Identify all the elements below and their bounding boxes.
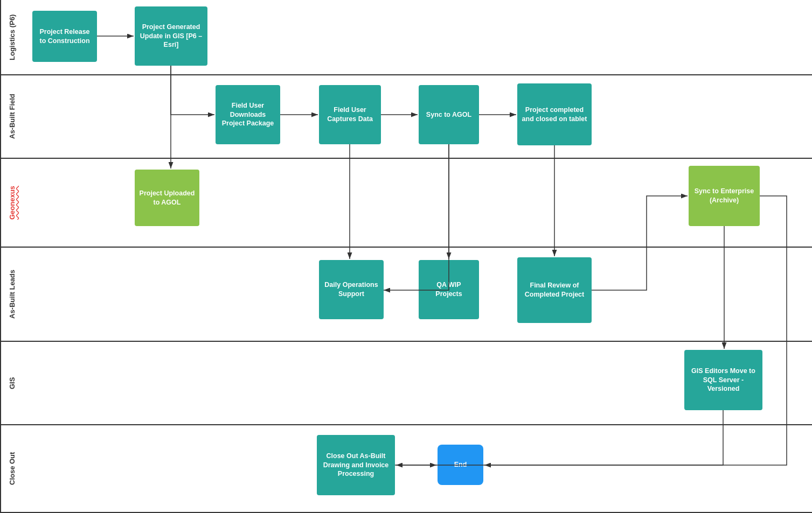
lane-logistics: Logistics (P6) — [0, 0, 812, 75]
box-proj-release: Project Release to Construction — [32, 11, 97, 62]
box-gis-editors: GIS Editors Move to SQL Server - Version… — [684, 350, 762, 410]
box-proj-gen: Project Generated Update in GIS [P6 – Es… — [135, 6, 207, 66]
lane-gis-label: GIS — [0, 342, 23, 424]
box-sync-enterprise: Sync to Enterprise (Archive) — [689, 166, 760, 226]
lane-asbuilt-leads-label: As-Built Leads — [0, 248, 23, 341]
box-daily-ops: Daily Operations Support — [319, 260, 384, 319]
box-qa-wip: QA WIP Projects — [419, 260, 479, 319]
lane-logistics-label: Logistics (P6) — [0, 0, 23, 74]
lane-asbuilt-field: As-Built Field — [0, 75, 812, 159]
lane-geonexus-label: Geonexus — [0, 159, 23, 247]
box-proj-completed-tablet: Project completed and closed on tablet — [517, 83, 592, 145]
box-proj-uploaded: Project Uploaded to AGOL — [135, 170, 199, 226]
box-final-review: Final Review of Completed Project — [517, 257, 592, 323]
box-field-captures: Field User Captures Data — [319, 85, 381, 144]
diagram-container: Logistics (P6) As-Built Field Geonexus A… — [0, 0, 812, 513]
lane-asbuilt-leads: As-Built Leads — [0, 248, 812, 342]
box-closeout: Close Out As-Built Drawing and Invoice P… — [317, 435, 395, 495]
lane-closeout-label: Close Out — [0, 425, 23, 512]
box-end: End — [438, 445, 483, 485]
lane-closeout: Close Out — [0, 425, 812, 513]
box-field-download: Field User Downloads Project Package — [216, 85, 280, 144]
box-sync-agol: Sync to AGOL — [419, 85, 479, 144]
lane-asbuilt-field-label: As-Built Field — [0, 75, 23, 158]
